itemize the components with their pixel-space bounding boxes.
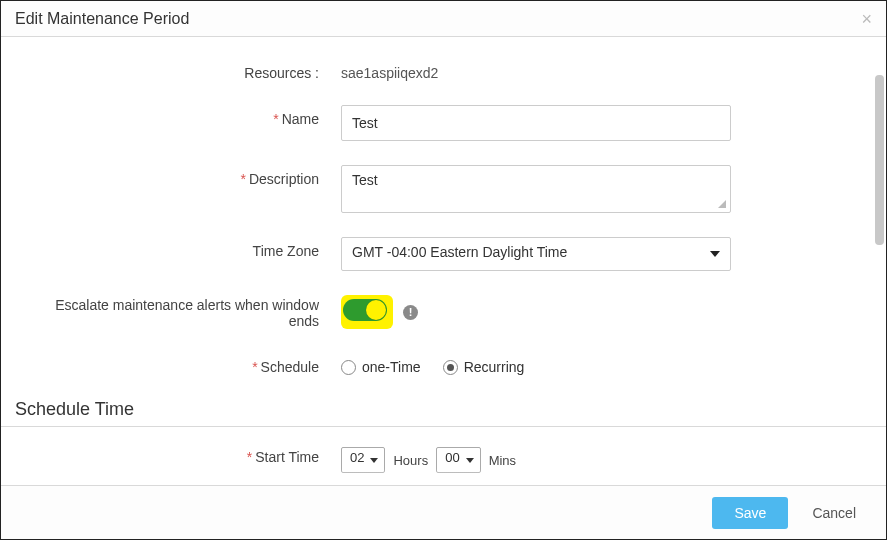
close-icon[interactable]: ×: [861, 10, 872, 28]
start-mins-select[interactable]: 00: [436, 447, 480, 473]
start-time-label: *Start Time: [41, 443, 341, 465]
chevron-down-icon: [710, 251, 720, 257]
toggle-knob: [366, 300, 386, 320]
info-icon[interactable]: !: [403, 305, 418, 320]
mins-unit-label: Mins: [489, 453, 516, 468]
radio-icon: [443, 360, 458, 375]
escalate-toggle[interactable]: [343, 299, 387, 321]
modal-header: Edit Maintenance Period ×: [1, 1, 886, 37]
chevron-down-icon: [370, 458, 378, 463]
hours-unit-label: Hours: [393, 453, 428, 468]
resize-handle-icon[interactable]: [718, 200, 726, 208]
description-label: *Description: [41, 165, 341, 187]
modal-body: Resources : sae1aspiiqexd2 *Name *Descri…: [1, 37, 886, 485]
schedule-label: *Schedule: [41, 353, 341, 375]
start-hours-select[interactable]: 02: [341, 447, 385, 473]
schedule-time-heading: Schedule Time: [1, 393, 886, 427]
form-scroll-area[interactable]: Resources : sae1aspiiqexd2 *Name *Descri…: [1, 37, 886, 485]
timezone-label: Time Zone: [41, 237, 341, 259]
radio-icon: [341, 360, 356, 375]
schedule-radio-recurring[interactable]: Recurring: [443, 359, 525, 375]
timezone-selected-value: GMT -04:00 Eastern Daylight Time: [352, 244, 567, 260]
cancel-button[interactable]: Cancel: [806, 504, 862, 522]
schedule-radio-onetime[interactable]: one-Time: [341, 359, 421, 375]
escalate-label: Escalate maintenance alerts when window …: [41, 295, 341, 329]
resources-label: Resources :: [41, 59, 341, 81]
escalate-highlight: [341, 295, 393, 329]
resources-value: sae1aspiiqexd2: [341, 59, 731, 81]
timezone-select[interactable]: GMT -04:00 Eastern Daylight Time: [341, 237, 731, 271]
modal-footer: Save Cancel: [1, 485, 886, 539]
name-input[interactable]: [341, 105, 731, 141]
save-button[interactable]: Save: [712, 497, 788, 529]
modal-title: Edit Maintenance Period: [15, 10, 189, 28]
description-textarea[interactable]: Test: [341, 165, 731, 213]
modal-window: Edit Maintenance Period × Resources : sa…: [0, 0, 887, 540]
scrollbar-thumb[interactable]: [875, 75, 884, 245]
chevron-down-icon: [466, 458, 474, 463]
name-label: *Name: [41, 105, 341, 127]
